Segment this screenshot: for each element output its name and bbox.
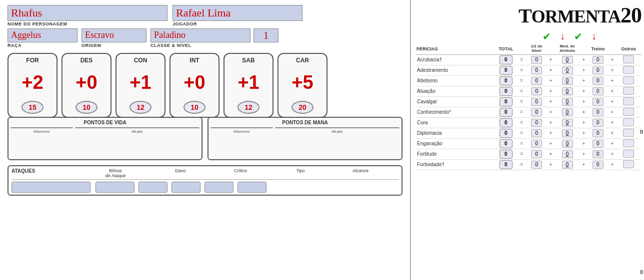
class-input[interactable]: Paladino	[150, 28, 250, 42]
table-row: Adestramento 0 = 0 + 0 + 0 +	[416, 65, 642, 75]
outros-th: Outros	[616, 43, 642, 54]
mana-current-input[interactable]	[275, 127, 400, 128]
skill-total-1[interactable]: 0	[494, 65, 518, 75]
attr-value-car[interactable]: 20	[292, 101, 314, 114]
skill-meio-7[interactable]: 0	[526, 128, 548, 138]
skill-name-10: Furtividade†	[416, 159, 494, 170]
skill-treino-7[interactable]: 0	[587, 128, 608, 138]
skill-mod-7[interactable]: 0	[554, 128, 580, 138]
skill-outros-3[interactable]	[616, 86, 642, 96]
skill-meio-1[interactable]: 0	[526, 65, 548, 75]
skill-total-6[interactable]: 0	[494, 117, 518, 128]
skill-meio-10[interactable]: 0	[526, 159, 548, 170]
skill-total-8[interactable]: 0	[494, 138, 518, 149]
hp-current-label: Atuais	[75, 129, 200, 134]
skill-meio-9[interactable]: 0	[526, 149, 548, 159]
skill-meio-8[interactable]: 0	[526, 138, 548, 149]
attr-value-for[interactable]: 15	[22, 101, 44, 114]
attr-value-des[interactable]: 10	[76, 101, 98, 114]
skill-total-5[interactable]: 0	[494, 107, 518, 117]
skill-outros-5[interactable]	[616, 107, 642, 117]
skill-outros-1[interactable]	[616, 65, 642, 75]
skill-mod-1[interactable]: 0	[554, 65, 580, 75]
skill-mod-2[interactable]: 0	[554, 75, 580, 86]
eq-4: =	[518, 96, 526, 107]
character-name-input[interactable]: Rhafus	[8, 5, 168, 21]
player-name-input[interactable]: Rafael Lima	[172, 5, 302, 21]
skill-treino-5[interactable]: 0	[587, 107, 608, 117]
skill-outros-10[interactable]	[616, 159, 642, 170]
logo-text: TORMENTA20	[518, 4, 642, 27]
hp-inner: Máximos Atuais	[10, 127, 200, 157]
skill-mod-0[interactable]: 0	[554, 54, 580, 65]
mod-atributo-th: Mod. deAtributo	[554, 43, 580, 54]
skill-total-3[interactable]: 0	[494, 86, 518, 96]
hp-max-input[interactable]	[10, 127, 73, 128]
skill-outros-9[interactable]	[616, 149, 642, 159]
attr-value-int[interactable]: 10	[184, 101, 206, 114]
plus2-4: +	[580, 96, 587, 107]
skill-outros-8[interactable]	[616, 138, 642, 149]
skill-outros-4[interactable]	[616, 96, 642, 107]
skill-treino-8[interactable]: 0	[587, 138, 608, 149]
plus1-0: +	[548, 54, 554, 65]
skill-total-10[interactable]: 0	[494, 159, 518, 170]
attack-critico-1[interactable]	[172, 182, 200, 193]
skill-meio-3[interactable]: 0	[526, 86, 548, 96]
skill-treino-10[interactable]: 0	[587, 159, 608, 170]
hp-current-input[interactable]	[75, 127, 200, 128]
skill-name-0: Acrobacia†	[416, 54, 494, 65]
attr-value-con[interactable]: 12	[130, 101, 152, 114]
plus3-th	[608, 43, 616, 54]
logo-area: TORMENTA20	[416, 2, 642, 28]
attack-tipo-1[interactable]	[204, 182, 234, 193]
mana-max-input[interactable]	[210, 127, 273, 128]
skill-meio-5[interactable]: 0	[526, 107, 548, 117]
mana-label: PONTOS DE MANA	[210, 120, 400, 125]
attack-dano-1[interactable]	[138, 182, 168, 193]
attr-value-sab[interactable]: 12	[238, 101, 260, 114]
skill-treino-3[interactable]: 0	[587, 86, 608, 96]
table-row: Cura 0 = 0 + 0 + 0 +	[416, 117, 642, 128]
skill-mod-10[interactable]: 0	[554, 159, 580, 170]
skill-treino-4[interactable]: 0	[587, 96, 608, 107]
origin-input[interactable]: Escravo	[82, 28, 146, 42]
attack-name-1[interactable]	[12, 182, 90, 193]
skill-treino-9[interactable]: 0	[587, 149, 608, 159]
skill-mod-4[interactable]: 0	[554, 96, 580, 107]
skill-meio-6[interactable]: 0	[526, 117, 548, 128]
skill-treino-6[interactable]: 0	[587, 117, 608, 128]
skill-total-4[interactable]: 0	[494, 96, 518, 107]
skill-treino-0[interactable]: 0	[587, 54, 608, 65]
skill-mod-6[interactable]: 0	[554, 117, 580, 128]
skill-outros-6[interactable]	[616, 117, 642, 128]
arrows-row: ✔ ↓ ✔ ↓	[416, 30, 642, 42]
skill-name-4: Cavalgar	[416, 96, 494, 107]
skill-mod-8[interactable]: 0	[554, 138, 580, 149]
attack-row-1	[12, 182, 398, 193]
plus3-9: +	[608, 149, 616, 159]
attack-bonus-1[interactable]	[96, 182, 134, 193]
skill-outros-7[interactable]	[616, 128, 642, 138]
skill-mod-3[interactable]: 0	[554, 86, 580, 96]
skill-meio-0[interactable]: 0	[526, 54, 548, 65]
table-row: Atuação 0 = 0 + 0 + 0 +	[416, 86, 642, 96]
skill-treino-1[interactable]: 0	[587, 65, 608, 75]
skill-total-0[interactable]: 0	[494, 54, 518, 65]
skill-treino-2[interactable]: 0	[587, 75, 608, 86]
skill-mod-9[interactable]: 0	[554, 149, 580, 159]
skill-meio-4[interactable]: 0	[526, 96, 548, 107]
skill-total-2[interactable]: 0	[494, 75, 518, 86]
skill-outros-0[interactable]	[616, 54, 642, 65]
skill-meio-2[interactable]: 0	[526, 75, 548, 86]
skill-outros-2[interactable]	[616, 75, 642, 86]
attack-alcance-1[interactable]	[238, 182, 266, 193]
skill-mod-5[interactable]: 0	[554, 107, 580, 117]
header-row2: Aggelus RAÇA Escravo ORIGEM Paladino 1 C…	[8, 28, 402, 48]
skill-total-7[interactable]: 0	[494, 128, 518, 138]
eq-7: =	[518, 128, 526, 138]
race-input[interactable]: Aggelus	[8, 28, 78, 42]
skill-total-9[interactable]: 0	[494, 149, 518, 159]
level-input[interactable]: 1	[254, 28, 278, 42]
plus3-0: +	[608, 54, 616, 65]
